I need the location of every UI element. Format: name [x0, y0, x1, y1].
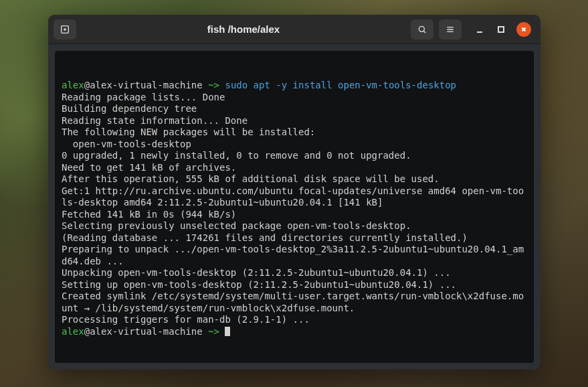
prompt-user: alex: [62, 80, 84, 90]
prompt-path: ~>: [203, 80, 225, 90]
output-line: Need to get 141 kB of archives.: [62, 162, 527, 174]
output-line: Setting up open-vm-tools-desktop (2:11.2…: [62, 279, 527, 291]
svg-point-3: [419, 26, 424, 31]
output-line: Processing triggers for man-db (2.9.1-1)…: [62, 314, 527, 326]
svg-line-4: [423, 31, 425, 33]
terminal-output: Reading package lists... DoneBuilding de…: [62, 92, 527, 326]
titlebar: fish /home/alex: [48, 15, 541, 44]
output-line: Selecting previously unselected package …: [62, 220, 527, 232]
minimize-button[interactable]: [474, 23, 486, 35]
sudo-cmd: sudo: [225, 80, 248, 90]
hamburger-icon: [445, 24, 456, 35]
close-icon: [520, 26, 527, 33]
terminal-window: fish /home/alex alex@alex-virtual-machin…: [48, 15, 541, 370]
output-line: The following NEW packages will be insta…: [62, 127, 527, 139]
window-controls: [467, 22, 535, 37]
window-title: fish /home/alex: [82, 23, 405, 35]
prompt-line-2: alex@alex-virtual-machine ~>: [62, 326, 527, 338]
output-line: Get:1 http://ru.archive.ubuntu.com/ubunt…: [62, 185, 527, 209]
output-line: 0 upgraded, 1 newly installed, 0 to remo…: [62, 150, 527, 162]
output-line: After this operation, 555 kB of addition…: [62, 173, 527, 185]
output-line: Building dependency tree: [62, 103, 527, 115]
menu-button[interactable]: [439, 19, 462, 40]
maximize-icon: [497, 25, 505, 33]
output-line: Reading state information... Done: [62, 115, 527, 127]
cursor: [225, 327, 230, 336]
prompt-sep: @: [84, 80, 90, 90]
output-line: Preparing to unpack .../open-vm-tools-de…: [62, 244, 527, 267]
prompt-line-1: alex@alex-virtual-machine ~> sudo apt -y…: [62, 80, 527, 92]
output-line: Reading package lists... Done: [62, 92, 527, 104]
maximize-button[interactable]: [495, 23, 507, 35]
output-line: Created symlink /etc/systemd/system/mult…: [62, 291, 527, 314]
new-tab-icon: [60, 24, 70, 35]
prompt2-path: ~>: [203, 326, 225, 337]
terminal-area[interactable]: alex@alex-virtual-machine ~> sudo apt -y…: [55, 51, 534, 363]
prompt2-sep: @: [84, 326, 90, 337]
svg-rect-9: [498, 27, 504, 32]
output-line: Unpacking open-vm-tools-desktop (2:11.2.…: [62, 267, 527, 279]
command-text: apt -y install open-vm-tools-desktop: [248, 80, 456, 90]
prompt2-host: alex-virtual-machine: [90, 326, 203, 337]
new-tab-button[interactable]: [54, 19, 76, 40]
output-line: (Reading database ... 174261 files and d…: [62, 232, 527, 244]
prompt2-user: alex: [62, 326, 84, 337]
prompt-host: alex-virtual-machine: [90, 80, 203, 90]
output-line: Fetched 141 kB in 0s (944 kB/s): [62, 209, 527, 221]
close-button[interactable]: [516, 22, 531, 37]
minimize-icon: [476, 25, 484, 33]
search-button[interactable]: [411, 19, 433, 40]
search-icon: [417, 24, 427, 35]
output-line: open-vm-tools-desktop: [62, 139, 527, 151]
